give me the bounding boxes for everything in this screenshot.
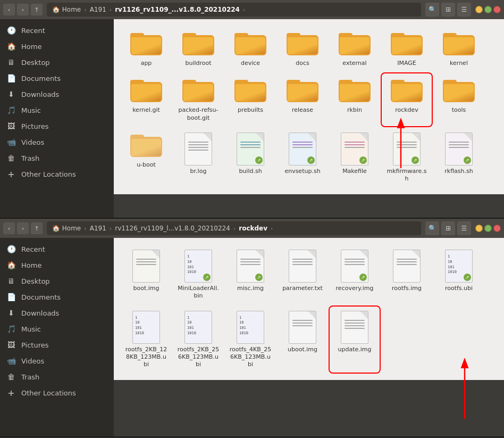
sidebar-label-pictures-2: Pictures: [21, 341, 48, 349]
file-item-rootfs-4kb-256[interactable]: 1101011010 rootfs_4KB_256KB_123MB.ubi: [226, 308, 274, 372]
file-item-kernel-git[interactable]: kernel.git: [122, 75, 170, 125]
breadcrumb-a191-1[interactable]: A191: [88, 5, 108, 14]
sidebar-item-music-1[interactable]: 🎵 Music: [0, 102, 114, 118]
file-item-tools[interactable]: tools: [435, 75, 483, 125]
breadcrumb-rockdev-2[interactable]: rockdev: [237, 224, 270, 233]
menu-button-2[interactable]: ☰: [457, 221, 471, 235]
pictures-icon-2: 🖼: [6, 340, 16, 350]
maximize-button-1[interactable]: [484, 6, 492, 13]
file-item-uboot-img[interactable]: uboot.img: [279, 308, 326, 372]
file-item-packed-refsu[interactable]: packed-refsu-boot.git: [174, 75, 222, 125]
sidebar-item-documents-2[interactable]: 📄 Documents: [0, 289, 114, 305]
search-button-2[interactable]: 🔍: [425, 221, 439, 235]
home-icon-1: 🏠: [6, 42, 16, 51]
file-item-rootfs-img[interactable]: rootfs.img: [383, 246, 431, 303]
file-item-envsetup-sh[interactable]: ↗ envsetup.sh: [279, 129, 326, 186]
videos-icon-1: 📹: [6, 137, 16, 147]
sidebar-label-desktop-2: Desktop: [21, 277, 50, 285]
file-item-makefile[interactable]: ↗ Makefile: [331, 129, 379, 186]
file-item-br-log[interactable]: br.log: [174, 129, 222, 186]
sidebar-item-videos-1[interactable]: 📹 Videos: [0, 134, 114, 150]
file-item-misc-img[interactable]: ↗ misc.img: [226, 246, 274, 303]
titlebar-1: ‹ › ↑ 🏠 Home › A191 › rv1126_rv1109_...v…: [0, 0, 504, 19]
sidebar-item-pictures-1[interactable]: 🖼 Pictures: [0, 118, 114, 134]
sidebar-item-other-1[interactable]: + Other Locations: [0, 166, 114, 182]
main-area-2: 🕐 Recent 🏠 Home 🖥 Desktop 📄 Documents ⬇: [0, 238, 504, 436]
folder-icon-kernel: [443, 31, 475, 57]
breadcrumb-home-2[interactable]: 🏠 Home: [50, 224, 83, 233]
file-manager-window: ‹ › ↑ 🏠 Home › A191 › rv1126_rv1109_...v…: [0, 0, 504, 437]
file-item-rootfs-ubi[interactable]: 1101011010 ↗ rootfs.ubi: [435, 246, 483, 303]
file-item-kernel[interactable]: kernel: [435, 28, 483, 70]
sidebar-item-recent-1[interactable]: 🕐 Recent: [0, 22, 114, 38]
file-item-miniloader[interactable]: 1101011010 ↗ MiniLoaderAll.bin: [174, 246, 222, 303]
file-item-rkbin[interactable]: rkbin: [331, 75, 379, 125]
file-item-app[interactable]: app: [122, 28, 170, 70]
file-item-boot-img[interactable]: boot.img: [122, 246, 170, 303]
sidebar-item-desktop-1[interactable]: 🖥 Desktop: [0, 54, 114, 70]
file-label-external: external: [342, 60, 366, 67]
file-item-image[interactable]: IMAGE: [383, 28, 431, 70]
search-button-1[interactable]: 🔍: [425, 3, 439, 16]
sidebar-label-documents-2: Documents: [21, 293, 61, 301]
file-item-mkfirmware-sh[interactable]: ↗ mkfirmware.sh: [383, 129, 431, 186]
view-toggle-1[interactable]: ⊞: [441, 3, 455, 16]
breadcrumb-home-1[interactable]: 🏠 Home: [50, 5, 83, 14]
music-icon-1: 🎵: [6, 105, 16, 115]
file-item-parameter-txt[interactable]: parameter.txt: [279, 246, 326, 303]
file-item-buildroot[interactable]: buildroot: [174, 28, 222, 70]
sidebar-item-music-2[interactable]: 🎵 Music: [0, 321, 114, 337]
desktop-icon-1: 🖥: [6, 57, 16, 67]
sidebar-item-other-2[interactable]: + Other Locations: [0, 385, 114, 401]
sidebar-item-documents-1[interactable]: 📄 Documents: [0, 70, 114, 86]
file-item-update-img[interactable]: update.img: [331, 308, 379, 372]
sidebar-item-videos-2[interactable]: 📹 Videos: [0, 353, 114, 369]
minimize-button-1[interactable]: [475, 6, 483, 13]
sidebar-label-other-1: Other Locations: [21, 170, 76, 178]
sidebar-item-desktop-2[interactable]: 🖥 Desktop: [0, 273, 114, 289]
breadcrumb-a191-2[interactable]: A191: [88, 224, 108, 233]
sidebar-item-trash-2[interactable]: 🗑 Trash: [0, 369, 114, 385]
trash-icon-2: 🗑: [6, 372, 16, 382]
sidebar-item-recent-2[interactable]: 🕐 Recent: [0, 241, 114, 257]
file-item-device[interactable]: device: [226, 28, 274, 70]
up-button-1[interactable]: ↑: [31, 4, 43, 15]
file-item-release[interactable]: release: [279, 75, 326, 125]
file-area-2: boot.img 1101011010 ↗ MiniLoaderAll.bin: [114, 238, 504, 380]
sidebar-item-home-1[interactable]: 🏠 Home: [0, 38, 114, 54]
breadcrumb-dir-2[interactable]: rv1126_rv1109_l...v1.8.0_20210224: [113, 224, 232, 233]
file-item-rootfs-2kb-256[interactable]: 1101011010 rootfs_2KB_256KB_123MB.ubi: [174, 308, 222, 372]
forward-button-2[interactable]: ›: [17, 222, 29, 234]
file-item-rootfs-2kb-128[interactable]: 1101011010 rootfs_2KB_128KB_123MB.ubi: [122, 308, 170, 372]
back-button-2[interactable]: ‹: [3, 222, 15, 234]
folder-icon-release: [287, 78, 318, 104]
maximize-button-2[interactable]: [484, 225, 492, 232]
file-item-external[interactable]: external: [331, 28, 379, 70]
file-item-docs[interactable]: docs: [279, 28, 326, 70]
arrow-rkflash-sh: ↗: [464, 156, 471, 164]
close-button-2[interactable]: [493, 225, 501, 232]
file-item-u-boot[interactable]: u-boot: [122, 129, 170, 186]
sidebar-item-home-2[interactable]: 🏠 Home: [0, 257, 114, 273]
file-item-rockdev[interactable]: rockdev: [383, 75, 431, 125]
file-item-prebuilts[interactable]: prebuilts: [226, 75, 274, 125]
sidebar-label-other-2: Other Locations: [21, 389, 76, 397]
breadcrumb-dir-1[interactable]: rv1126_rv1109_...v1.8.0_20210224: [113, 5, 242, 14]
file-item-recovery-img[interactable]: ↗ recovery.img: [331, 246, 379, 303]
sidebar-item-downloads-1[interactable]: ⬇ Downloads: [0, 86, 114, 102]
close-button-1[interactable]: [493, 6, 501, 13]
sidebar-item-trash-1[interactable]: 🗑 Trash: [0, 150, 114, 166]
sidebar-item-downloads-2[interactable]: ⬇ Downloads: [0, 305, 114, 321]
file-item-rkflash-sh[interactable]: ↗ rkflash.sh: [435, 129, 483, 186]
minimize-button-2[interactable]: [475, 225, 483, 232]
arrow-mkfirmware-sh: ↗: [411, 156, 419, 164]
bin-icon-miniloader: 1101011010 ↗: [184, 250, 212, 283]
file-item-build-sh[interactable]: ↗ build.sh: [226, 129, 274, 186]
menu-button-1[interactable]: ☰: [457, 3, 471, 16]
sidebar-item-pictures-2[interactable]: 🖼 Pictures: [0, 337, 114, 353]
forward-button-1[interactable]: ›: [17, 4, 29, 15]
back-button-1[interactable]: ‹: [3, 4, 15, 15]
downloads-icon-2: ⬇: [6, 308, 16, 318]
up-button-2[interactable]: ↑: [31, 222, 43, 234]
view-toggle-2[interactable]: ⊞: [441, 221, 455, 235]
